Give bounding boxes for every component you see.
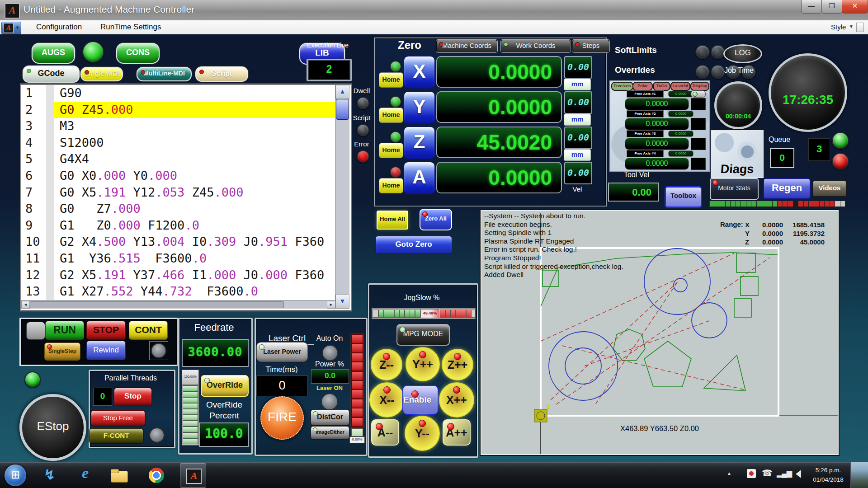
freeaxis-tab-freeaxis[interactable]: FreeAxis [611, 82, 633, 91]
goto-zero-button[interactable]: Goto Zero [375, 236, 452, 254]
tab-gcode[interactable]: GCode [23, 66, 80, 83]
gcode-line[interactable]: 1G90 [21, 85, 335, 102]
toolpath-display[interactable]: 2 --System -- System about to run.File e… [480, 209, 840, 456]
freeaxis-tab-display[interactable]: Display [690, 82, 709, 91]
coord-tab-machine-coords[interactable]: Machine Coords [436, 40, 497, 52]
scroll-down-icon[interactable]: ▼ [335, 295, 349, 309]
desktop-peek-photo[interactable] [850, 462, 868, 488]
gcode-line[interactable]: 7G0 X5.191 Y12.053 Z45.000 [21, 184, 335, 201]
stop-button[interactable]: STOP [86, 321, 126, 340]
freeaxis-tab-polar[interactable]: Polar [632, 82, 653, 91]
f-cont-toggle[interactable] [149, 427, 165, 443]
home-z-button[interactable]: Home [379, 143, 403, 158]
minimize-button[interactable]: — [801, 0, 822, 14]
horizontal-scrollbar[interactable]: ◄ ► [21, 300, 335, 309]
unit-y-button[interactable]: mm [564, 114, 591, 126]
dro-x-display[interactable]: 0.0000 [436, 56, 562, 88]
phone-tray-icon[interactable]: ☎ [762, 468, 773, 478]
chrome-icon[interactable] [146, 465, 167, 486]
coord-tab-work-coords[interactable]: Work Coords [501, 40, 571, 52]
jog-app-button[interactable]: A++ [443, 419, 471, 446]
log-button[interactable]: LOG [723, 44, 762, 63]
rewind-button[interactable]: Rewind [86, 341, 126, 360]
hscrollbar-thumb[interactable] [30, 301, 284, 308]
estop-button[interactable]: EStop [19, 394, 86, 461]
dro-a-display[interactable]: 0.0000 [436, 162, 562, 193]
unit-x-button[interactable]: mm [564, 79, 591, 90]
scroll-up-icon[interactable]: ▲ [335, 85, 349, 99]
app-menu-button[interactable]: A ▼ [1, 22, 21, 34]
action-center-icon[interactable] [747, 469, 756, 478]
tab-single-mdi[interactable]: Single-MDI [80, 67, 123, 81]
network-signal-icon[interactable]: ▂▄▆ [777, 469, 792, 478]
unit-z-button[interactable]: mm [564, 149, 591, 161]
toolbox-button[interactable]: Toolbox [665, 186, 702, 208]
gcode-line[interactable]: 5G4X4 [21, 151, 335, 168]
videos-button[interactable]: Videos [812, 180, 847, 197]
laser-power-button[interactable]: Laser Power [256, 342, 308, 362]
style-page-icon[interactable] [856, 23, 864, 32]
maximize-button[interactable]: ❐ [821, 0, 842, 14]
augs-button[interactable]: AUGS [32, 43, 75, 64]
laser-on-toggle[interactable] [321, 393, 338, 410]
tab-script[interactable]: Script [195, 66, 248, 82]
coord-tab-steps[interactable]: Steps [572, 40, 609, 52]
gcode-line[interactable]: 4S12000 [21, 135, 335, 151]
auto-on-toggle[interactable] [322, 345, 338, 361]
axis-y-button[interactable]: Y [404, 91, 435, 124]
jog-enable-button[interactable]: Enable [402, 385, 439, 415]
stop-free-button[interactable]: Stop Free [91, 410, 145, 426]
jog-amm-button[interactable]: A-- [371, 419, 399, 446]
internet-explorer-icon[interactable]: e [75, 465, 96, 486]
cont-button[interactable]: CONT [129, 321, 168, 340]
vertical-scrollbar[interactable]: ▲ ▼ [335, 85, 349, 308]
volume-icon[interactable] [796, 470, 801, 478]
menu-configuration[interactable]: Configuration [36, 23, 82, 32]
axis-x-button[interactable]: X [404, 56, 435, 89]
cycle-button[interactable] [151, 343, 166, 358]
menu-runtime-settings[interactable]: RunTime Settings [100, 23, 161, 32]
gcode-line[interactable]: 10G2 X4.500 Y13.004 I0.309 J0.951 F360 [21, 234, 335, 250]
jogslow-slider[interactable]: 49.49% [372, 308, 476, 319]
close-button[interactable]: ✕ [842, 0, 868, 14]
home-y-button[interactable]: Home [379, 108, 403, 123]
quick-launch-icon[interactable]: ↯ [39, 465, 60, 486]
scrollbar-thumb[interactable] [336, 99, 349, 120]
tab-multiline-mdi[interactable]: MultiLine-MDI [137, 67, 192, 81]
scroll-right-icon[interactable]: ► [327, 301, 335, 309]
jog-xmm-button[interactable]: X-- [369, 382, 405, 418]
gcode-line[interactable]: 11G1 Y36.515 F3600.0 [21, 250, 335, 267]
gcode-line[interactable]: 6G0 X0.000 Y0.000 [21, 168, 335, 184]
laser-power-bar[interactable] [350, 333, 364, 428]
f-cont-button[interactable]: F-CONT [89, 428, 143, 443]
home-a-button[interactable]: Home [379, 178, 403, 193]
gcode-line[interactable]: 9G1 Z0.000 F1200.0 [21, 217, 335, 234]
jog-ypp-button[interactable]: Y++ [406, 347, 440, 381]
jog-xpp-button[interactable]: X++ [439, 382, 474, 418]
taskbar-clock[interactable]: 5:26 p.m. 01/04/2018 [807, 465, 849, 485]
home-all-button[interactable]: Home All [377, 211, 408, 230]
axis-z-button[interactable]: Z [404, 127, 435, 159]
diags-button[interactable]: Diags [711, 130, 764, 178]
scroll-left-icon[interactable]: ◄ [21, 301, 30, 309]
amc-taskbar-button[interactable]: A [180, 463, 206, 488]
gcode-line[interactable]: 3M3 [21, 118, 335, 135]
gcode-line[interactable]: 8G0 Z7.000 [21, 201, 335, 217]
axis-a-button[interactable]: A [404, 162, 435, 194]
fire-button[interactable]: FIRE [260, 396, 304, 440]
run-button[interactable]: RUN [45, 321, 84, 340]
jog-ymm-button[interactable]: Y-- [405, 416, 440, 451]
freeaxis-tab-laser3d[interactable]: Laser3d [670, 82, 690, 91]
feed-slider-track[interactable] [182, 385, 199, 446]
thread-stop-button[interactable]: Stop [114, 388, 152, 406]
laser-bar-handle[interactable] [351, 428, 363, 436]
jog-zmm-button[interactable]: Z-- [371, 349, 402, 380]
freeaxis-tab-togo[interactable]: ToGo [653, 82, 670, 91]
style-menu[interactable]: Style [831, 23, 846, 31]
file-explorer-icon[interactable] [108, 465, 129, 486]
cons-button[interactable]: CONS [116, 43, 160, 64]
feed-slider-cap[interactable]: 100.00% [182, 370, 199, 385]
gcode-line[interactable]: 13G1 X27.552 Y44.732 F3600.0 [21, 283, 335, 300]
gcode-line[interactable]: 12G2 X5.191 Y37.466 I1.000 J0.000 F360 [21, 267, 335, 284]
dro-z-display[interactable]: 45.0020 [436, 127, 562, 158]
